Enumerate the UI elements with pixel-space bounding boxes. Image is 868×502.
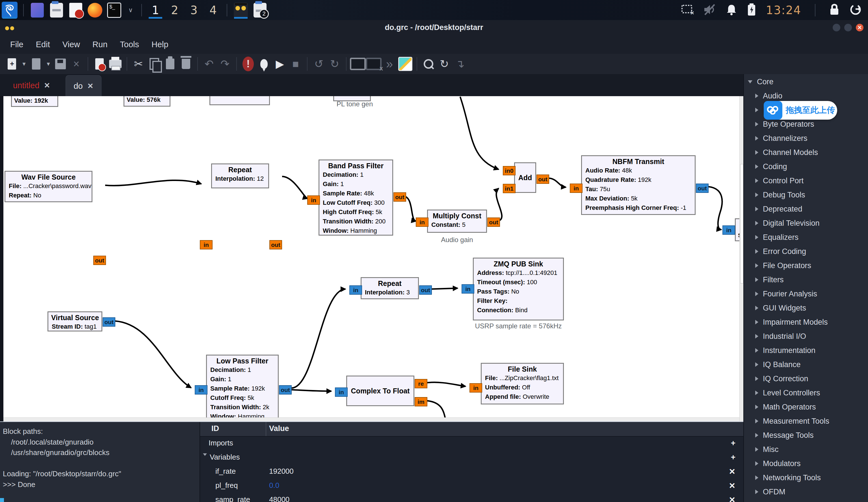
port-in[interactable]: in <box>469 383 482 392</box>
variable-id[interactable]: if_rate <box>215 467 236 476</box>
menu-help[interactable]: Help <box>146 38 174 51</box>
sidebar-item-error-coding[interactable]: Error Coding <box>744 244 868 258</box>
sidebar-item-industrial-i-o[interactable]: Industrial I/O <box>744 329 868 344</box>
tab-untitled[interactable]: untitled ✕ <box>13 77 50 94</box>
sidebar-item-control-port[interactable]: Control Port <box>744 174 868 188</box>
sidebar-item-iq-balance[interactable]: IQ Balance <box>744 358 868 372</box>
file-manager-window-button[interactable]: 2 <box>251 2 269 19</box>
add-import-button[interactable]: + <box>731 439 735 448</box>
port-in[interactable]: in <box>722 225 735 235</box>
port-im[interactable]: im <box>415 397 427 407</box>
file-manager-button[interactable] <box>48 2 65 19</box>
canvas-vertical-scrollbar[interactable] <box>740 96 743 421</box>
lock-screen-icon[interactable] <box>829 3 840 17</box>
window-titlebar[interactable]: do.grc - /root/Desktop/starr ✕ <box>0 20 868 35</box>
delete-button[interactable] <box>178 56 194 72</box>
sidebar-item-modulators[interactable]: Modulators <box>744 457 868 471</box>
grc-block[interactable]: Complex To Floatinreim <box>346 376 414 406</box>
sidebar-item-iq-correction[interactable]: IQ Correction <box>744 372 868 386</box>
sidebar-item-fourier-analysis[interactable]: Fourier Analysis <box>744 287 868 301</box>
grc-block[interactable]: Low Pass FilterDecimation: 1Gain: 1Sampl… <box>206 355 279 420</box>
workspace-1[interactable]: 1 <box>147 2 164 19</box>
grc-block[interactable]: RepeatInterpolation: 3inout <box>361 277 419 299</box>
menu-run[interactable]: Run <box>87 38 113 51</box>
terminal-dropdown[interactable]: ∨ <box>125 2 136 19</box>
flowgraph-canvas[interactable]: Value: 192k Value: 576k PL tone gen Audi… <box>3 96 743 421</box>
partial-variable-block[interactable]: Value: 576k <box>124 96 170 106</box>
remove-variable-button[interactable]: ✕ <box>729 467 735 476</box>
sidebar-item-instrumentation[interactable]: Instrumentation <box>744 344 868 358</box>
port-out[interactable]: out <box>696 184 709 193</box>
sidebar-item-debug-tools[interactable]: Debug Tools <box>744 188 868 202</box>
set-default-options-button[interactable]: ↴ <box>452 56 468 72</box>
maximize-button[interactable] <box>844 24 852 31</box>
bypass-block-button[interactable]: » <box>382 56 397 72</box>
save-button[interactable] <box>53 56 69 72</box>
logout-power-icon[interactable] <box>849 3 862 17</box>
rotate-ccw-button[interactable]: ↺ <box>311 56 327 72</box>
sidebar-item-deprecated[interactable]: Deprecated <box>744 202 868 216</box>
grc-block[interactable]: Band Pass FilterDecimation: 1Gain: 1Samp… <box>319 160 393 236</box>
kali-launcher-button[interactable] <box>1 2 18 19</box>
port-out[interactable]: out <box>103 317 115 327</box>
enable-block-button[interactable] <box>350 56 366 72</box>
port-in[interactable]: in <box>195 385 207 395</box>
remove-variable-button[interactable]: ✕ <box>729 495 735 502</box>
execute-button[interactable]: ▶ <box>272 56 288 72</box>
sidebar-item-level-controllers[interactable]: Level Controllers <box>744 386 868 400</box>
port-out[interactable]: out <box>419 285 432 295</box>
minimize-button[interactable] <box>833 24 840 31</box>
rotate-cw-button[interactable]: ↻ <box>327 56 343 72</box>
canvas-horizontal-scrollbar[interactable] <box>3 418 740 421</box>
sidebar-item-gui-widgets[interactable]: GUI Widgets <box>744 301 868 315</box>
notifications-bell-icon[interactable] <box>726 4 737 17</box>
menu-view[interactable]: View <box>58 38 85 51</box>
open-dropdown-chevron-icon[interactable]: ▾ <box>44 60 53 68</box>
tab-close-icon[interactable]: ✕ <box>87 82 94 91</box>
new-dropdown-chevron-icon[interactable]: ▾ <box>20 60 28 68</box>
clock[interactable]: 13:24 <box>766 4 801 17</box>
port-in[interactable]: in <box>416 217 428 227</box>
sidebar-item-math-operators[interactable]: Math Operators <box>744 400 868 414</box>
open-flowgraph-button[interactable] <box>28 56 44 72</box>
port-re[interactable]: re <box>415 379 427 388</box>
port-in[interactable]: in <box>349 285 362 295</box>
terminal-button[interactable]: $_ <box>106 2 123 19</box>
remove-variable-button[interactable]: ✕ <box>729 481 735 490</box>
workspace-4[interactable]: 4 <box>205 2 221 19</box>
sidebar-item-filters[interactable]: Filters <box>744 273 868 287</box>
grc-block[interactable]: RepeatInterpolation: 12inout <box>211 163 269 188</box>
partial-block[interactable] <box>209 96 270 105</box>
sidebar-item-ofdm[interactable]: OFDM <box>744 485 868 499</box>
scrollbar-thumb[interactable] <box>740 164 743 283</box>
grc-block[interactable]: Addin0in1out <box>514 162 536 193</box>
console-log[interactable]: Block paths: /root/.local/state/gnuradio… <box>0 422 199 502</box>
menu-file[interactable]: File <box>5 38 29 51</box>
sidebar-item-equalizers[interactable]: Equalizers <box>744 230 868 244</box>
redo-button[interactable]: ↷ <box>217 56 233 72</box>
grc-block[interactable]: Multiply ConstConstant: 5inout <box>427 209 487 233</box>
kill-button[interactable]: ■ <box>288 56 303 72</box>
generate-flowgraph-button[interactable] <box>256 56 272 72</box>
sidebar-item-file-operators[interactable]: File Operators <box>744 258 868 273</box>
text-editor-button[interactable] <box>67 2 84 19</box>
close-tab-button[interactable]: × <box>69 56 84 72</box>
variable-id[interactable]: samp_rate <box>215 495 250 502</box>
port-out[interactable]: out <box>93 256 106 265</box>
paste-button[interactable] <box>162 56 178 72</box>
variable-value[interactable]: 0.0 <box>269 481 279 490</box>
variable-value[interactable]: 192000 <box>269 467 294 476</box>
port-out[interactable]: out <box>487 217 500 227</box>
files-app-button[interactable] <box>29 2 46 19</box>
tab-do[interactable]: do ✕ <box>65 75 102 96</box>
workspace-2[interactable]: 2 <box>166 2 183 19</box>
sidebar-item-networking-tools[interactable]: Networking Tools <box>744 471 868 485</box>
port-out[interactable]: out <box>393 192 406 202</box>
grc-block[interactable]: Virtual SourceStream ID: tag1out <box>48 311 102 331</box>
workspace-3[interactable]: 3 <box>185 2 203 19</box>
partial-variable-block[interactable]: Value: 192k <box>11 96 58 107</box>
sidebar-item-core[interactable]: Core <box>744 75 868 89</box>
variables-group-imports[interactable]: Imports + <box>200 436 743 450</box>
variables-group-variables[interactable]: Variables + <box>200 450 743 464</box>
sidebar-item-digital-television[interactable]: Digital Television <box>744 216 868 230</box>
